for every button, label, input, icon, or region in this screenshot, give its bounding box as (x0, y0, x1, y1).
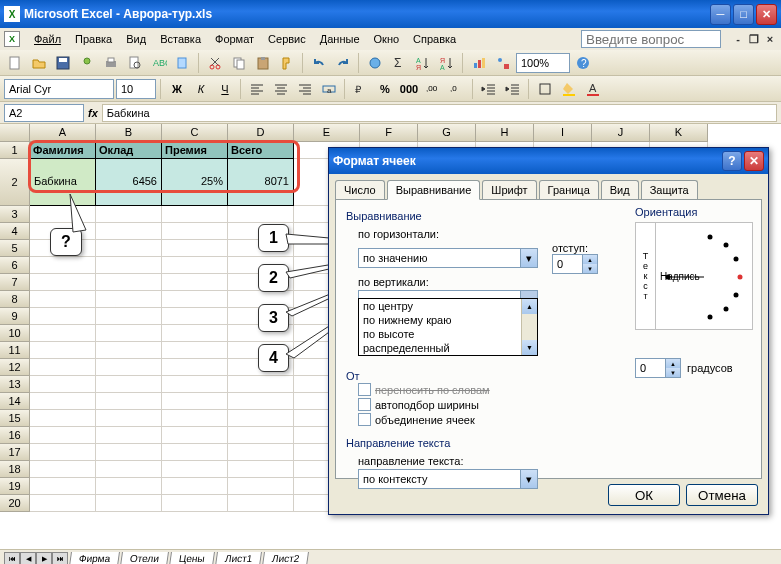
align-left-icon[interactable] (246, 78, 268, 100)
cell[interactable] (228, 376, 294, 393)
row-header[interactable]: 7 (0, 274, 30, 291)
column-header[interactable]: C (162, 124, 228, 142)
ask-input[interactable] (581, 30, 721, 48)
cancel-button[interactable]: Отмена (686, 484, 758, 506)
shrink-checkbox[interactable] (358, 398, 371, 411)
column-header[interactable]: I (534, 124, 592, 142)
cell[interactable]: Всего (228, 142, 294, 159)
row-header[interactable]: 2 (0, 159, 30, 206)
row-header[interactable]: 11 (0, 342, 30, 359)
tab-nav-next-icon[interactable]: ▶ (36, 552, 52, 565)
cell[interactable] (30, 342, 96, 359)
cell[interactable] (228, 393, 294, 410)
chart-icon[interactable] (468, 52, 490, 74)
cell[interactable] (96, 325, 162, 342)
cell[interactable] (162, 223, 228, 240)
cell[interactable] (30, 257, 96, 274)
horizontal-combo[interactable]: по значению▾ (358, 248, 538, 268)
sort-desc-icon[interactable]: ЯА (436, 52, 458, 74)
direction-combo[interactable]: по контексту▾ (358, 469, 538, 489)
cell[interactable] (30, 359, 96, 376)
cell[interactable] (162, 308, 228, 325)
menu-edit[interactable]: Правка (69, 31, 118, 47)
undo-icon[interactable] (308, 52, 330, 74)
cell[interactable] (30, 308, 96, 325)
sort-asc-icon[interactable]: АЯ (412, 52, 434, 74)
cell[interactable] (96, 444, 162, 461)
menu-data[interactable]: Данные (314, 31, 366, 47)
menu-help[interactable]: Справка (407, 31, 579, 47)
cell[interactable] (96, 274, 162, 291)
borders-icon[interactable] (534, 78, 556, 100)
column-header[interactable]: H (476, 124, 534, 142)
cell[interactable]: Премия (162, 142, 228, 159)
align-center-icon[interactable] (270, 78, 292, 100)
cell[interactable] (162, 291, 228, 308)
cell[interactable] (96, 376, 162, 393)
comma-icon[interactable]: 000 (398, 78, 420, 100)
cell[interactable] (162, 393, 228, 410)
row-header[interactable]: 19 (0, 478, 30, 495)
underline-icon[interactable]: Ч (214, 78, 236, 100)
print-icon[interactable] (100, 52, 122, 74)
cell[interactable] (96, 427, 162, 444)
cell[interactable] (162, 274, 228, 291)
cell[interactable] (228, 410, 294, 427)
name-box[interactable]: A2 (4, 104, 84, 122)
doc-minimize-button[interactable]: - (731, 32, 745, 46)
row-header[interactable]: 12 (0, 359, 30, 376)
cell[interactable] (30, 393, 96, 410)
dec-decimal-icon[interactable]: ,0 (446, 78, 468, 100)
drawing-icon[interactable] (492, 52, 514, 74)
redo-icon[interactable] (332, 52, 354, 74)
row-header[interactable]: 4 (0, 223, 30, 240)
row-header[interactable]: 5 (0, 240, 30, 257)
column-header[interactable]: F (360, 124, 418, 142)
cell[interactable] (162, 325, 228, 342)
cell[interactable] (96, 359, 162, 376)
format-painter-icon[interactable] (276, 52, 298, 74)
ok-button[interactable]: ОК (608, 484, 680, 506)
copy-icon[interactable] (228, 52, 250, 74)
scroll-up-icon[interactable]: ▲ (522, 299, 537, 314)
cell[interactable] (162, 427, 228, 444)
cell[interactable] (162, 342, 228, 359)
tab-number[interactable]: Число (335, 180, 385, 199)
row-header[interactable]: 3 (0, 206, 30, 223)
column-header[interactable]: A (30, 124, 96, 142)
cell[interactable] (162, 240, 228, 257)
zoom-select[interactable]: 100% (516, 53, 570, 73)
column-header[interactable]: K (650, 124, 708, 142)
row-header[interactable]: 13 (0, 376, 30, 393)
new-icon[interactable] (4, 52, 26, 74)
minimize-button[interactable]: ─ (710, 4, 731, 25)
dropdown-option[interactable]: по нижнему краю (359, 313, 537, 327)
cell[interactable] (162, 495, 228, 512)
close-button[interactable]: ✕ (756, 4, 777, 25)
cell[interactable] (30, 291, 96, 308)
cell[interactable] (30, 461, 96, 478)
cell[interactable] (228, 461, 294, 478)
cell[interactable] (228, 206, 294, 223)
orientation-control[interactable]: Текст Надпись (635, 222, 753, 330)
cell[interactable] (96, 308, 162, 325)
preview-icon[interactable] (124, 52, 146, 74)
open-icon[interactable] (28, 52, 50, 74)
menu-window[interactable]: Окно (368, 31, 406, 47)
font-color-icon[interactable]: A (582, 78, 604, 100)
formula-input[interactable]: Бабкина (102, 104, 777, 122)
column-header[interactable]: D (228, 124, 294, 142)
maximize-button[interactable]: □ (733, 4, 754, 25)
cell[interactable] (96, 461, 162, 478)
inc-decimal-icon[interactable]: ,00 (422, 78, 444, 100)
cell[interactable] (30, 274, 96, 291)
row-header[interactable]: 17 (0, 444, 30, 461)
doc-restore-button[interactable]: ❐ (747, 32, 761, 46)
cell[interactable] (162, 444, 228, 461)
tab-protection[interactable]: Защита (641, 180, 698, 199)
cell[interactable] (96, 478, 162, 495)
cell[interactable] (96, 240, 162, 257)
column-header[interactable]: E (294, 124, 360, 142)
cell[interactable] (30, 495, 96, 512)
indent-spinner[interactable]: 0 ▲▼ (552, 254, 598, 274)
